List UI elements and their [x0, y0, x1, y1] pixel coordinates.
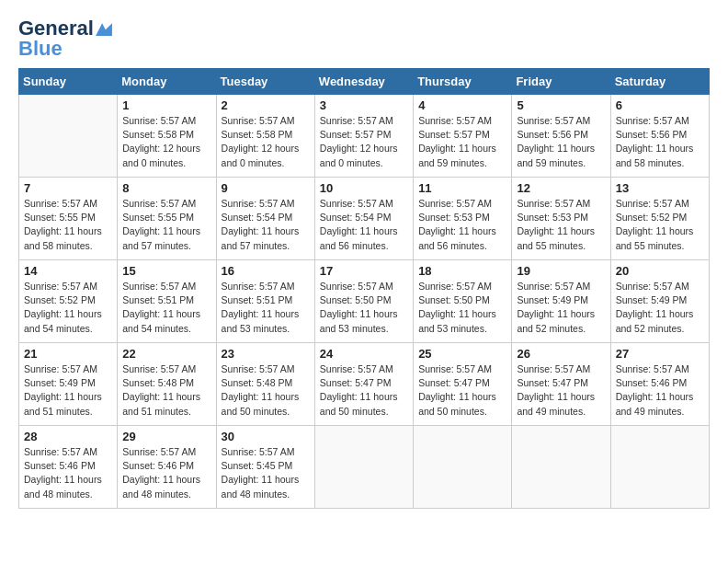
- calendar-header-row: SundayMondayTuesdayWednesdayThursdayFrid…: [19, 69, 710, 95]
- calendar-cell: 3Sunrise: 5:57 AMSunset: 5:57 PMDaylight…: [314, 95, 413, 178]
- day-number: 10: [320, 181, 408, 195]
- calendar-cell: 21Sunrise: 5:57 AMSunset: 5:49 PMDayligh…: [19, 343, 118, 426]
- logo: General Blue: [18, 18, 112, 59]
- day-number: 19: [517, 264, 605, 278]
- day-number: 23: [222, 347, 310, 361]
- calendar-cell: 20Sunrise: 5:57 AMSunset: 5:49 PMDayligh…: [610, 260, 709, 343]
- day-info: Sunrise: 5:57 AMSunset: 5:47 PMDaylight:…: [320, 362, 408, 419]
- day-number: 3: [320, 98, 408, 112]
- day-number: 26: [517, 347, 605, 361]
- calendar-cell: 29Sunrise: 5:57 AMSunset: 5:46 PMDayligh…: [118, 426, 216, 509]
- calendar-body: 1Sunrise: 5:57 AMSunset: 5:58 PMDaylight…: [19, 95, 710, 509]
- day-info: Sunrise: 5:57 AMSunset: 5:50 PMDaylight:…: [320, 280, 408, 336]
- day-info: Sunrise: 5:57 AMSunset: 5:48 PMDaylight:…: [222, 362, 310, 419]
- calendar-cell: 14Sunrise: 5:57 AMSunset: 5:52 PMDayligh…: [19, 260, 118, 343]
- page-header: General Blue: [18, 18, 710, 59]
- day-info: Sunrise: 5:57 AMSunset: 5:51 PMDaylight:…: [222, 280, 310, 336]
- calendar-cell: 16Sunrise: 5:57 AMSunset: 5:51 PMDayligh…: [216, 260, 314, 343]
- day-info: Sunrise: 5:57 AMSunset: 5:47 PMDaylight:…: [418, 362, 506, 419]
- calendar-week-row: 1Sunrise: 5:57 AMSunset: 5:58 PMDaylight…: [19, 95, 710, 178]
- logo-line2: Blue: [18, 39, 63, 59]
- calendar-cell: 28Sunrise: 5:57 AMSunset: 5:46 PMDayligh…: [19, 426, 118, 509]
- day-info: Sunrise: 5:57 AMSunset: 5:54 PMDaylight:…: [222, 197, 310, 253]
- calendar-cell: 11Sunrise: 5:57 AMSunset: 5:53 PMDayligh…: [414, 178, 512, 260]
- calendar-cell: 19Sunrise: 5:57 AMSunset: 5:49 PMDayligh…: [512, 260, 610, 343]
- calendar-cell: 4Sunrise: 5:57 AMSunset: 5:57 PMDaylight…: [414, 95, 512, 178]
- day-number: 8: [122, 181, 210, 195]
- day-info: Sunrise: 5:57 AMSunset: 5:49 PMDaylight:…: [616, 280, 704, 336]
- day-info: Sunrise: 5:57 AMSunset: 5:47 PMDaylight:…: [517, 362, 605, 419]
- day-number: 25: [418, 347, 506, 361]
- day-info: Sunrise: 5:57 AMSunset: 5:57 PMDaylight:…: [418, 114, 506, 170]
- day-info: Sunrise: 5:57 AMSunset: 5:46 PMDaylight:…: [616, 362, 704, 419]
- day-number: 16: [222, 264, 310, 278]
- day-number: 30: [222, 430, 310, 443]
- calendar-cell: 25Sunrise: 5:57 AMSunset: 5:47 PMDayligh…: [414, 343, 512, 426]
- day-number: 27: [616, 347, 704, 361]
- day-number: 24: [320, 347, 408, 361]
- day-info: Sunrise: 5:57 AMSunset: 5:53 PMDaylight:…: [517, 197, 605, 253]
- calendar-cell: 9Sunrise: 5:57 AMSunset: 5:54 PMDaylight…: [216, 178, 314, 260]
- day-info: Sunrise: 5:57 AMSunset: 5:46 PMDaylight:…: [122, 445, 210, 501]
- day-of-week-header: Sunday: [19, 69, 118, 95]
- day-info: Sunrise: 5:57 AMSunset: 5:58 PMDaylight:…: [122, 114, 210, 170]
- day-of-week-header: Wednesday: [314, 69, 413, 95]
- calendar-week-row: 14Sunrise: 5:57 AMSunset: 5:52 PMDayligh…: [19, 260, 710, 343]
- day-number: 7: [24, 181, 112, 195]
- day-number: 1: [122, 98, 210, 112]
- day-of-week-header: Monday: [118, 69, 216, 95]
- day-info: Sunrise: 5:57 AMSunset: 5:50 PMDaylight:…: [418, 280, 506, 336]
- logo-icon: [96, 23, 112, 36]
- day-number: 17: [320, 264, 408, 278]
- day-info: Sunrise: 5:57 AMSunset: 5:49 PMDaylight:…: [517, 280, 605, 336]
- calendar-cell: [610, 426, 709, 509]
- calendar-cell: 23Sunrise: 5:57 AMSunset: 5:48 PMDayligh…: [216, 343, 314, 426]
- calendar-cell: 22Sunrise: 5:57 AMSunset: 5:48 PMDayligh…: [118, 343, 216, 426]
- day-info: Sunrise: 5:57 AMSunset: 5:53 PMDaylight:…: [418, 197, 506, 253]
- calendar-cell: 1Sunrise: 5:57 AMSunset: 5:58 PMDaylight…: [118, 95, 216, 178]
- calendar-table: SundayMondayTuesdayWednesdayThursdayFrid…: [18, 68, 710, 509]
- calendar-cell: [512, 426, 610, 509]
- calendar-cell: 17Sunrise: 5:57 AMSunset: 5:50 PMDayligh…: [314, 260, 413, 343]
- day-info: Sunrise: 5:57 AMSunset: 5:55 PMDaylight:…: [24, 197, 112, 253]
- calendar-cell: 26Sunrise: 5:57 AMSunset: 5:47 PMDayligh…: [512, 343, 610, 426]
- day-info: Sunrise: 5:57 AMSunset: 5:46 PMDaylight:…: [24, 445, 112, 501]
- day-number: 4: [418, 98, 506, 112]
- day-of-week-header: Friday: [512, 69, 610, 95]
- calendar-cell: 6Sunrise: 5:57 AMSunset: 5:56 PMDaylight…: [610, 95, 709, 178]
- day-info: Sunrise: 5:57 AMSunset: 5:57 PMDaylight:…: [320, 114, 408, 170]
- day-number: 12: [517, 181, 605, 195]
- day-info: Sunrise: 5:57 AMSunset: 5:51 PMDaylight:…: [122, 280, 210, 336]
- calendar-cell: 30Sunrise: 5:57 AMSunset: 5:45 PMDayligh…: [216, 426, 314, 509]
- day-info: Sunrise: 5:57 AMSunset: 5:55 PMDaylight:…: [122, 197, 210, 253]
- day-info: Sunrise: 5:57 AMSunset: 5:52 PMDaylight:…: [616, 197, 704, 253]
- day-of-week-header: Saturday: [610, 69, 709, 95]
- day-number: 29: [122, 430, 210, 443]
- day-number: 21: [24, 347, 112, 361]
- calendar-cell: [19, 95, 118, 178]
- calendar-cell: 7Sunrise: 5:57 AMSunset: 5:55 PMDaylight…: [19, 178, 118, 260]
- day-number: 14: [24, 264, 112, 278]
- day-info: Sunrise: 5:57 AMSunset: 5:48 PMDaylight:…: [122, 362, 210, 419]
- calendar-cell: [314, 426, 413, 509]
- day-of-week-header: Thursday: [414, 69, 512, 95]
- calendar-cell: 10Sunrise: 5:57 AMSunset: 5:54 PMDayligh…: [314, 178, 413, 260]
- calendar-cell: 27Sunrise: 5:57 AMSunset: 5:46 PMDayligh…: [610, 343, 709, 426]
- day-number: 22: [122, 347, 210, 361]
- calendar-cell: 15Sunrise: 5:57 AMSunset: 5:51 PMDayligh…: [118, 260, 216, 343]
- day-number: 15: [122, 264, 210, 278]
- day-info: Sunrise: 5:57 AMSunset: 5:58 PMDaylight:…: [222, 114, 310, 170]
- calendar-cell: 12Sunrise: 5:57 AMSunset: 5:53 PMDayligh…: [512, 178, 610, 260]
- logo-text: General: [18, 18, 112, 39]
- calendar-cell: 13Sunrise: 5:57 AMSunset: 5:52 PMDayligh…: [610, 178, 709, 260]
- day-info: Sunrise: 5:57 AMSunset: 5:45 PMDaylight:…: [222, 445, 310, 501]
- day-of-week-header: Tuesday: [216, 69, 314, 95]
- day-info: Sunrise: 5:57 AMSunset: 5:54 PMDaylight:…: [320, 197, 408, 253]
- day-info: Sunrise: 5:57 AMSunset: 5:49 PMDaylight:…: [24, 362, 112, 419]
- calendar-week-row: 28Sunrise: 5:57 AMSunset: 5:46 PMDayligh…: [19, 426, 710, 509]
- day-info: Sunrise: 5:57 AMSunset: 5:56 PMDaylight:…: [616, 114, 704, 170]
- day-number: 13: [616, 181, 704, 195]
- calendar-cell: 8Sunrise: 5:57 AMSunset: 5:55 PMDaylight…: [118, 178, 216, 260]
- calendar-cell: 24Sunrise: 5:57 AMSunset: 5:47 PMDayligh…: [314, 343, 413, 426]
- day-info: Sunrise: 5:57 AMSunset: 5:52 PMDaylight:…: [24, 280, 112, 336]
